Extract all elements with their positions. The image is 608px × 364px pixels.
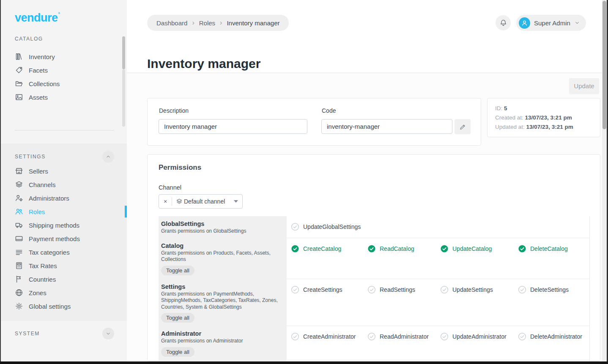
sidebar-item-zones[interactable]: Zones — [1, 286, 127, 299]
sidebar-item-label: Facets — [29, 67, 48, 74]
page-scrollbar[interactable] — [602, 0, 607, 361]
list-icon — [15, 248, 23, 256]
pencil-icon — [459, 123, 466, 130]
clear-channel-icon[interactable]: × — [159, 198, 172, 205]
channel-selected-value: Default channel — [184, 198, 225, 205]
permission-label: UpdateGlobalSettings — [303, 223, 361, 230]
breadcrumb-item-dashboard[interactable]: Dashboard — [156, 19, 187, 27]
permission-label: DeleteAdministrator — [530, 333, 582, 340]
sidebar-item-label: Administrators — [29, 195, 69, 202]
update-button[interactable]: Update — [569, 78, 599, 94]
permission-checkbox-updatecatalog[interactable]: UpdateCatalog — [440, 244, 518, 254]
credit-card-icon — [15, 234, 23, 243]
permission-checkbox-deletesettings[interactable]: DeleteSettings — [518, 285, 589, 295]
collapse-section-button[interactable] — [102, 328, 114, 340]
check-circle-filled-icon — [440, 244, 449, 253]
sidebar-item-tax-rates[interactable]: Tax Rates — [1, 259, 127, 272]
permission-checkbox-updateadministrator[interactable]: UpdateAdministrator — [440, 331, 518, 342]
sidebar-item-global-settings[interactable]: Global settings — [1, 299, 127, 313]
channel-select[interactable]: × Default channel — [159, 194, 243, 209]
permission-checkbox-readadministrator[interactable]: ReadAdministrator — [367, 331, 440, 342]
sidebar-scrollbar-thumb[interactable] — [122, 36, 125, 69]
logo-trademark-dot: ° — [58, 11, 60, 16]
sidebar-item-label: Roles — [29, 208, 45, 215]
permission-group-title: GlobalSettings — [161, 220, 281, 228]
edit-code-button[interactable] — [455, 119, 471, 134]
check-circle-outline-icon — [291, 285, 299, 294]
permission-group-info: SettingsGrants permissions on PaymentMet… — [159, 279, 287, 326]
permission-label: CreateSettings — [303, 286, 342, 293]
sidebar-items: InventoryFacetsCollectionsAssets — [1, 50, 127, 104]
sidebar-item-shipping-methods[interactable]: Shipping methods — [1, 218, 127, 232]
sidebar: vendure° CATALOGInventoryFacetsCollectio… — [1, 0, 127, 361]
permission-checkbox-deletecatalog[interactable]: DeleteCatalog — [518, 244, 589, 254]
breadcrumb-item-inventory-manager: Inventory manager — [227, 19, 279, 27]
description-input[interactable] — [159, 119, 307, 134]
permission-checkbox-createadministrator[interactable]: CreateAdministrator — [291, 331, 367, 342]
sidebar-item-label: Zones — [29, 289, 47, 296]
permission-group-checkboxes: CreateAdministratorReadAdministratorUpda… — [287, 326, 589, 360]
role-detail-card: Description Code — [147, 98, 481, 146]
sidebar-scrollbar[interactable] — [122, 36, 125, 127]
check-circle-filled-icon — [367, 244, 376, 253]
sidebar-item-countries[interactable]: Countries — [1, 272, 127, 286]
sidebar-item-label: Countries — [29, 276, 56, 283]
sidebar-item-payment-methods[interactable]: Payment methods — [1, 232, 127, 245]
sidebar-item-assets[interactable]: Assets — [1, 90, 127, 104]
toggle-all-button[interactable]: Toggle all — [161, 347, 194, 357]
toggle-all-button[interactable]: Toggle all — [161, 266, 194, 275]
avatar — [519, 17, 530, 29]
updated-at-label: Updated at: — [495, 124, 525, 130]
permission-group-description: Grants permissions on PaymentMethods, Sh… — [161, 291, 281, 311]
sidebar-item-administrators[interactable]: Administrators — [1, 191, 127, 205]
sidebar-item-sellers[interactable]: Sellers — [1, 164, 127, 178]
notifications-button[interactable] — [496, 15, 511, 30]
permission-checkbox-createsettings[interactable]: CreateSettings — [291, 285, 367, 295]
permission-checkbox-updateglobalsettings[interactable]: UpdateGlobalSettings — [291, 222, 367, 232]
entity-meta-panel: ID: 5 Created at: 13/07/23, 3:21 pm Upda… — [487, 98, 600, 137]
permission-label: ReadCatalog — [380, 245, 414, 252]
permission-checkbox-createcatalog[interactable]: CreateCatalog — [291, 244, 367, 254]
library-icon — [15, 52, 23, 61]
id-value: 5 — [504, 105, 507, 111]
permission-checkbox-readsettings[interactable]: ReadSettings — [367, 285, 440, 295]
sidebar-item-inventory[interactable]: Inventory — [1, 50, 127, 63]
sidebar-item-tax-categories[interactable]: Tax categories — [1, 245, 127, 259]
folder-icon — [15, 79, 23, 88]
sidebar-item-facets[interactable]: Facets — [1, 63, 127, 77]
sidebar-section-label: SETTINGS — [15, 154, 46, 160]
breadcrumb: Dashboard›Roles›Inventory manager — [147, 15, 289, 31]
collapse-section-button[interactable] — [102, 151, 114, 163]
sidebar-section-settings: SETTINGSSellersChannelsAdministratorsRol… — [1, 144, 127, 321]
permission-checkbox-updatesettings[interactable]: UpdateSettings — [440, 285, 518, 295]
permission-label: UpdateSettings — [452, 286, 493, 293]
image-icon — [15, 93, 23, 101]
sidebar-item-collections[interactable]: Collections — [1, 77, 127, 90]
breadcrumb-separator-icon: › — [192, 19, 194, 27]
toggle-all-button[interactable]: Toggle all — [161, 313, 194, 323]
sidebar-section-system: SYSTEM — [1, 328, 127, 340]
permission-group-title: Catalog — [161, 242, 281, 250]
user-menu[interactable]: Super Admin — [516, 15, 586, 31]
permission-checkbox-deleteadministrator[interactable]: DeleteAdministrator — [518, 331, 589, 342]
sidebar-section-header-system: SYSTEM — [1, 328, 127, 340]
permission-label: CreateAdministrator — [303, 333, 356, 340]
page-scrollbar-thumb[interactable] — [603, 1, 606, 129]
permission-group-row-settings: SettingsGrants permissions on PaymentMet… — [159, 279, 589, 326]
permission-group-title: Settings — [161, 283, 281, 291]
permission-group-row-catalog: CatalogGrants permissions on Products, F… — [159, 238, 589, 279]
code-input[interactable] — [321, 119, 452, 134]
breadcrumb-item-roles[interactable]: Roles — [199, 19, 215, 27]
permission-checkbox-readcatalog[interactable]: ReadCatalog — [367, 244, 440, 254]
check-circle-outline-icon — [518, 285, 526, 294]
sidebar-item-roles[interactable]: Roles — [1, 205, 127, 218]
logo-text: vendure — [15, 11, 58, 24]
sidebar-item-label: Global settings — [29, 303, 71, 310]
channel-label: Channel — [159, 184, 600, 191]
vendure-admin-window: vendure° CATALOGInventoryFacetsCollectio… — [0, 0, 608, 364]
permission-group-title: Administrator — [161, 330, 281, 337]
tag-icon — [15, 66, 23, 74]
vendure-logo[interactable]: vendure° — [1, 0, 127, 33]
check-circle-filled-icon — [291, 244, 299, 253]
sidebar-item-channels[interactable]: Channels — [1, 178, 127, 191]
